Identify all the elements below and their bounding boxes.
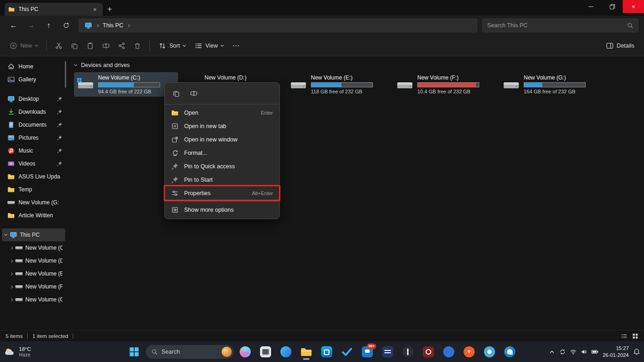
chevron-down-icon[interactable] [4,233,7,236]
volume-icon[interactable] [581,349,587,355]
drive-free-space: 94.4 GB free of 222 GB [98,89,174,94]
battery-icon[interactable] [591,348,599,356]
sidebar-item-temp[interactable]: Temp [2,183,65,196]
sidebar-item-videos[interactable]: Videos [2,157,65,170]
taskbar-app-store[interactable] [318,343,335,361]
menu-item-open[interactable]: Open Enter [165,106,279,119]
section-title: Devices and drives [81,62,130,68]
taskbar-app-check[interactable] [338,343,356,361]
rename-button[interactable] [187,87,201,100]
up-button[interactable]: ↑ [41,18,56,32]
minimize-icon [588,6,593,7]
menu-item-pin-to-start[interactable]: Pin to Start [165,173,279,186]
wifi-icon[interactable] [570,349,576,355]
drive-tile-f[interactable]: New Volume (F:) 10.4 GB free of 232 GB [393,72,497,97]
taskbar-app-12[interactable] [440,343,458,361]
taskbar-app-brave[interactable] [460,343,478,361]
start-button[interactable] [125,343,143,361]
more-options-button[interactable]: ⋯ [229,41,244,50]
drive-tile-g[interactable]: New Volume (G:) 164 GB free of 232 GB [500,72,604,97]
hidden-icons-chevron-icon[interactable] [549,349,555,355]
sidebar-tree-new-volume-g[interactable]: New Volume (G [2,293,65,306]
search-input[interactable] [487,22,623,29]
taskbar-app-copilot[interactable] [236,343,254,361]
taskbar-app-chrome[interactable] [481,343,498,361]
new-button[interactable]: New [6,39,42,53]
tab-close-icon[interactable]: × [91,5,99,13]
notifications-bell-icon[interactable] [633,348,640,356]
sidebar-scrollbar[interactable] [65,61,66,88]
sidebar-item-music[interactable]: Music [2,144,65,157]
sidebar-item-downloads[interactable]: Downloads [2,105,65,118]
minimize-button[interactable] [580,0,601,13]
close-button[interactable]: × [623,0,644,13]
view-button[interactable]: View [191,39,228,53]
chevron-right-icon[interactable] [10,259,13,263]
sort-button[interactable]: Sort [155,39,190,53]
details-view-toggle-icon[interactable] [621,333,627,339]
taskbar-app-9[interactable] [379,343,396,361]
rename-button[interactable] [99,38,113,53]
menu-item-format[interactable]: Format... [165,146,279,160]
explorer-tab[interactable]: This PC × [5,3,103,16]
chevron-right-icon[interactable] [10,298,13,301]
sidebar-item-asus-live-update[interactable]: ASUS Live Upda [2,170,65,183]
copy-button[interactable] [169,87,183,100]
chevron-right-icon[interactable] [10,272,13,276]
share-button[interactable] [114,38,129,53]
thumbnail-view-toggle-icon[interactable] [632,333,638,339]
taskbar-search[interactable]: Search [146,345,234,359]
sidebar-item-desktop[interactable]: Desktop [2,92,65,105]
section-collapse-icon[interactable] [74,63,77,66]
taskbar-app-chat[interactable]: 99+ [359,343,376,361]
menu-item-properties[interactable]: Properties Alt+Enter [165,186,279,200]
menu-item-open-in-new-window[interactable]: Open in new window [165,133,279,146]
sidebar-item-article-written[interactable]: Article Written [2,209,65,222]
search-highlight-icon [222,347,232,357]
delete-button[interactable] [130,38,145,53]
sidebar-tree-new-volume-e[interactable]: New Volume (E [2,267,65,280]
sidebar-tree-new-volume-f[interactable]: New Volume (F [2,280,65,293]
sidebar-item-home[interactable]: Home [2,60,65,73]
sync-icon[interactable] [559,349,566,355]
taskbar-app-2[interactable] [257,343,274,361]
check-icon [341,346,353,358]
refresh-button[interactable] [58,18,74,32]
sidebar-tree-new-volume-d[interactable]: New Volume (D [2,254,65,267]
new-tab-button[interactable]: + [103,3,117,16]
sidebar-item-new-volume-g[interactable]: New Volume (G: [2,196,65,209]
copy-button[interactable] [67,38,82,53]
drive-tile-e[interactable]: New Volume (E:) 118 GB free of 232 GB [287,72,391,97]
taskbar-app-file-explorer[interactable] [297,343,315,361]
details-pane-button[interactable]: Details [602,39,638,53]
taskbar-app-15[interactable] [501,343,519,361]
weather-widget[interactable]: 18°C Haze [4,346,31,357]
restore-button[interactable] [601,0,623,13]
clock[interactable]: 15:27 26-01-2024 [603,345,629,358]
taskbar-app-11[interactable] [420,343,437,361]
menu-item-pin-to-quick-access[interactable]: Pin to Quick access [165,160,279,173]
sidebar-item-documents[interactable]: Documents [2,118,65,131]
menu-item-show-more-options[interactable]: Show more options [165,203,279,216]
cut-button[interactable] [51,38,66,53]
sidebar-item-gallery[interactable]: Gallery [2,73,65,86]
address-bar[interactable]: This PC [79,18,477,32]
back-button[interactable]: ← [6,18,21,32]
breadcrumb[interactable]: This PC [103,22,123,29]
breadcrumb-chevron-icon[interactable] [127,24,130,27]
sidebar-tree-new-volume-c[interactable]: New Volume (C [2,241,65,254]
sidebar-item-pictures[interactable]: Pictures [2,131,65,144]
paste-button[interactable] [83,38,98,53]
drive-usage-bar [524,82,586,87]
sidebar-item-this-pc[interactable]: This PC [2,228,65,241]
chevron-right-icon[interactable] [10,246,13,250]
menu-item-open-in-new-tab[interactable]: Open in new tab [165,119,279,133]
search-icon[interactable] [627,22,633,29]
drive-tile-c[interactable]: New Volume (C:) 94.4 GB free of 222 GB [74,72,178,97]
taskbar-app-edge[interactable] [277,343,295,361]
forward-button[interactable]: → [23,18,39,32]
devices-and-drives-header[interactable]: Devices and drives [72,60,644,70]
chevron-right-icon[interactable] [10,285,13,288]
pin-icon [57,148,62,153]
taskbar-app-10[interactable] [399,343,417,361]
